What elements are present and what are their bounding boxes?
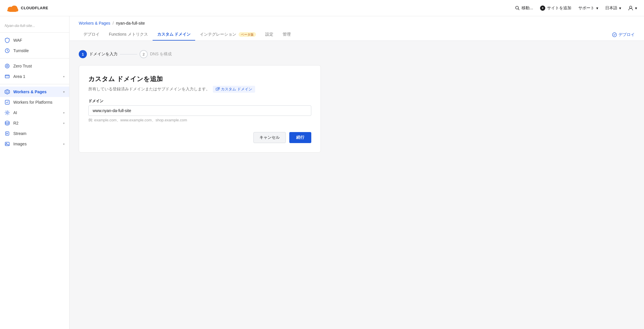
tab-manage[interactable]: 管理 <box>278 29 295 41</box>
sidebar-item-label: Workers & Pages <box>13 89 47 94</box>
breadcrumb-parent[interactable]: Workers & Pages <box>79 21 110 25</box>
language-button[interactable]: 日本語 ▾ <box>605 6 621 11</box>
deploy-button[interactable]: デプロイ <box>612 29 635 40</box>
sidebar-item-label: AI <box>13 110 17 115</box>
chevron-down-icon: ▾ <box>619 6 621 10</box>
chevron-down-icon: ▾ <box>63 75 65 78</box>
sidebar-item-area1[interactable]: Area 1 ▾ <box>0 71 69 82</box>
ai-icon <box>5 110 10 115</box>
card-subtitle: 所有している登録済みドメインまたはサブドメインを入力します。 カスタム ドメイン <box>88 86 311 93</box>
tab-integration[interactable]: インテグレーション ベータ版 <box>195 29 261 41</box>
support-button[interactable]: サポート ▾ <box>578 6 598 11</box>
svg-rect-4 <box>7 9 18 11</box>
r2-icon <box>5 120 10 126</box>
svg-marker-13 <box>6 91 8 93</box>
sidebar-item-workers-pages[interactable]: Workers & Pages ▾ <box>0 87 69 97</box>
add-site-label: サイトを追加 <box>547 6 571 11</box>
breadcrumb-separator: / <box>113 21 114 25</box>
zero-trust-icon <box>5 63 10 69</box>
search-icon <box>515 6 520 10</box>
svg-point-18 <box>6 143 7 144</box>
breadcrumb: Workers & Pages / nyan-da-full-site <box>79 16 635 25</box>
sidebar-account: Nyan-da-full-site... <box>0 21 69 33</box>
svg-point-15 <box>6 112 8 114</box>
form-hint: 例: example.com、www.example.com、shop.exam… <box>88 118 311 123</box>
tab-deploy[interactable]: デプロイ <box>79 29 104 41</box>
workers-platforms-icon <box>5 100 10 105</box>
svg-point-9 <box>6 65 8 67</box>
beta-badge: ベータ版 <box>239 32 256 37</box>
user-icon <box>628 6 633 11</box>
submit-button[interactable]: 続行 <box>289 132 311 143</box>
search-button[interactable]: 移動... <box>515 6 533 11</box>
add-domain-card: カスタム ドメインを追加 所有している登録済みドメインまたはサブドメインを入力し… <box>79 65 321 153</box>
layout: Nyan-da-full-site... WAF Turnstile Zero … <box>0 16 644 329</box>
step-1-number: 1 <box>79 50 87 58</box>
tabs-bar: デプロイ Functions メトリクス カスタム ドメイン インテグレーション… <box>79 29 635 41</box>
area1-icon <box>5 74 10 79</box>
chevron-down-icon: ▾ <box>63 90 65 94</box>
stream-icon <box>5 131 10 136</box>
domain-input[interactable] <box>88 105 311 116</box>
card-title: カスタム ドメインを追加 <box>88 75 311 83</box>
svg-marker-12 <box>5 89 10 94</box>
logo[interactable]: CLOUDFLARE <box>7 4 48 12</box>
step-1: 1 ドメインを入力 <box>79 50 118 58</box>
cancel-button[interactable]: キャンセル <box>253 132 286 143</box>
account-button[interactable]: ▾ <box>628 6 637 11</box>
svg-point-16 <box>5 121 9 123</box>
waf-icon <box>5 38 10 43</box>
tab-settings[interactable]: 設定 <box>261 29 278 41</box>
sidebar-item-label: Workers for Platforms <box>13 100 52 105</box>
turnstile-icon <box>5 48 10 53</box>
sidebar-item-workers-platforms[interactable]: Workers for Platforms <box>0 97 69 107</box>
sidebar-item-images[interactable]: Images ▾ <box>0 139 69 149</box>
sidebar-item-r2[interactable]: R2 ▾ <box>0 118 69 128</box>
deploy-icon <box>612 32 617 37</box>
sidebar-item-label: R2 <box>13 121 19 125</box>
step-2-number: 2 <box>140 50 148 58</box>
svg-line-6 <box>518 9 519 10</box>
tab-custom-domain[interactable]: カスタム ドメイン <box>153 29 195 41</box>
chevron-down-icon: ▾ <box>596 6 598 10</box>
custom-domain-link[interactable]: カスタム ドメイン <box>213 86 255 93</box>
svg-point-10 <box>5 64 9 68</box>
nav-right: 移動... + サイトを追加 サポート ▾ 日本語 ▾ ▾ <box>515 6 637 11</box>
chevron-down-icon: ▾ <box>63 111 65 114</box>
svg-rect-11 <box>5 75 9 78</box>
sidebar-item-label: Stream <box>13 131 26 136</box>
main-content: Workers & Pages / nyan-da-full-site デプロイ… <box>69 16 644 329</box>
sidebar-item-turnstile[interactable]: Turnstile <box>0 45 69 56</box>
deploy-label: デプロイ <box>619 32 635 37</box>
step-indicator: 1 ドメインを入力 2 DNS を構成 <box>79 50 321 58</box>
link-icon <box>216 87 220 91</box>
sidebar-item-label: Zero Trust <box>13 64 32 68</box>
support-label: サポート <box>578 6 594 11</box>
chevron-down-icon: ▾ <box>63 142 65 146</box>
sidebar-item-label: Area 1 <box>13 74 25 79</box>
step-2: 2 DNS を構成 <box>140 50 172 58</box>
sidebar-item-label: WAF <box>13 38 22 43</box>
workers-pages-icon <box>5 89 10 94</box>
top-area: Workers & Pages / nyan-da-full-site デプロイ… <box>69 16 644 41</box>
account-name: Nyan-da-full-site... <box>5 23 35 28</box>
tab-functions[interactable]: Functions メトリクス <box>104 29 153 41</box>
top-nav: CLOUDFLARE 移動... + サイトを追加 サポート ▾ 日本語 ▾ <box>0 0 644 16</box>
sidebar-item-stream[interactable]: Stream <box>0 128 69 139</box>
svg-point-7 <box>630 6 632 8</box>
lang-label: 日本語 <box>605 6 617 11</box>
step-line <box>120 54 137 54</box>
sidebar-item-waf[interactable]: WAF <box>0 35 69 45</box>
card-actions: キャンセル 続行 <box>88 132 311 143</box>
sidebar-item-label: Images <box>13 142 27 146</box>
chevron-down-icon: ▾ <box>63 122 65 125</box>
sidebar-item-zero-trust[interactable]: Zero Trust <box>0 61 69 71</box>
sidebar: Nyan-da-full-site... WAF Turnstile Zero … <box>0 16 69 329</box>
step-2-label: DNS を構成 <box>150 52 172 57</box>
svg-rect-14 <box>5 100 9 104</box>
add-site-button[interactable]: + サイトを追加 <box>540 6 571 11</box>
sidebar-item-ai[interactable]: AI ▾ <box>0 107 69 118</box>
page-content: 1 ドメインを入力 2 DNS を構成 カスタム ドメインを追加 所有している登… <box>69 41 330 162</box>
logo-text: CLOUDFLARE <box>21 6 48 10</box>
breadcrumb-current: nyan-da-full-site <box>116 21 145 25</box>
